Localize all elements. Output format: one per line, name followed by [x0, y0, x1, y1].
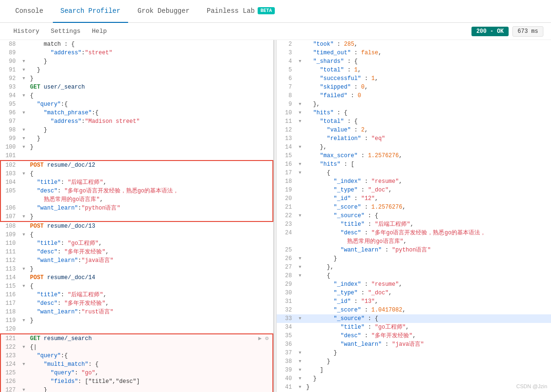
tab-console[interactable]: Console — [8, 0, 51, 23]
line-gutter[interactable]: ▼ — [296, 349, 304, 357]
line-gutter[interactable]: ▼ — [20, 212, 28, 221]
table-row: 91▼ } — [0, 66, 273, 74]
line-gutter[interactable]: ▼ — [296, 169, 304, 177]
line-code: "_id" : "12", — [304, 194, 551, 203]
line-gutter[interactable]: ▼ — [20, 282, 28, 291]
line-code: }, — [304, 100, 551, 109]
line-code: "max_score" : 1.2576276, — [304, 151, 551, 160]
line-number: 19 — [277, 186, 296, 194]
subnav-history[interactable]: History — [8, 23, 45, 40]
line-gutter[interactable]: ▼ — [20, 134, 28, 143]
line-gutter — [20, 352, 28, 360]
table-row: 114POST resume/_doc/14 — [0, 273, 273, 282]
line-number: 100 — [0, 143, 20, 151]
line-code: "successful" : 1, — [304, 74, 551, 83]
table-row: 15 "max_score" : 1.2576276, — [277, 151, 551, 160]
line-code: "desc": "多年开发经验", — [28, 299, 273, 308]
line-number: 91 — [0, 66, 20, 74]
table-row: 111 "desc": "多年开发经验", — [0, 248, 273, 256]
line-number: 119 — [0, 316, 20, 325]
line-gutter — [20, 178, 28, 187]
line-number: 38 — [277, 357, 296, 366]
line-code: GET user/_search — [28, 83, 273, 91]
line-code: "took" : 285, — [304, 40, 551, 49]
tab-grok-debugger[interactable]: Grok Debugger — [130, 0, 197, 23]
line-number: 31 — [277, 297, 296, 306]
line-gutter[interactable]: ▼ — [296, 57, 304, 66]
line-number: 112 — [0, 256, 20, 265]
line-gutter[interactable]: ▼ — [296, 366, 304, 374]
line-number: 13 — [277, 134, 296, 143]
output-code-area[interactable]: 2 "took" : 285,3 "timed_out" : false,4▼ … — [277, 40, 551, 392]
tab-painless-lab[interactable]: Painless Lab BETA — [199, 0, 282, 23]
line-code: { — [304, 271, 551, 280]
editor-code-area[interactable]: 88 match : {89 "address":"street"90▼ }91… — [0, 40, 273, 392]
table-row: 99▼ } — [0, 134, 273, 143]
line-gutter[interactable]: ▼ — [20, 386, 28, 392]
line-gutter — [20, 221, 28, 231]
line-gutter[interactable]: ▼ — [20, 57, 28, 66]
line-gutter[interactable]: ▼ — [20, 316, 28, 325]
line-gutter[interactable]: ▼ — [20, 143, 28, 151]
line-gutter[interactable]: ▼ — [296, 271, 304, 280]
line-gutter[interactable]: ▼ — [296, 383, 304, 392]
line-gutter[interactable]: ▼ — [296, 143, 304, 151]
line-code: } — [304, 374, 551, 383]
line-gutter[interactable]: ▼ — [20, 74, 28, 83]
line-number: 41 — [277, 383, 296, 392]
line-gutter — [296, 40, 304, 49]
line-code: "_shards" : { — [304, 57, 551, 66]
line-gutter[interactable]: ▼ — [296, 100, 304, 109]
line-gutter[interactable]: ▼ — [20, 91, 28, 100]
table-row: 20 "_id" : "12", — [277, 194, 551, 203]
line-number: 89 — [0, 49, 20, 57]
line-gutter[interactable]: ▼ — [20, 109, 28, 117]
line-number: 24 — [277, 229, 296, 246]
line-gutter[interactable]: ▼ — [296, 263, 304, 271]
line-number: 94 — [0, 91, 20, 100]
line-gutter[interactable]: ▼ — [20, 170, 28, 178]
line-number: 93 — [0, 83, 20, 91]
line-number: 124 — [0, 360, 20, 369]
line-gutter[interactable]: ▼ — [20, 343, 28, 352]
line-gutter[interactable]: ▼ — [296, 254, 304, 263]
line-gutter[interactable]: ▼ — [296, 374, 304, 383]
line-number: 5 — [277, 66, 296, 74]
table-row: 12 "value" : 2, — [277, 126, 551, 134]
line-code: { — [304, 169, 551, 177]
line-gutter[interactable]: ▼ — [20, 360, 28, 369]
line-code: "title": "go工程师", — [28, 239, 273, 248]
line-gutter[interactable]: ▼ — [296, 314, 304, 323]
line-number: 108 — [0, 221, 20, 231]
line-code: "address":"street" — [28, 49, 273, 57]
line-number: 90 — [0, 57, 20, 66]
line-gutter[interactable]: ▼ — [20, 126, 28, 134]
subnav-help[interactable]: Help — [86, 23, 112, 40]
editor-table: 88 match : {89 "address":"street"90▼ }91… — [0, 40, 273, 392]
subnav-settings[interactable]: Settings — [45, 23, 86, 40]
line-number: 18 — [277, 177, 296, 186]
line-gutter — [296, 49, 304, 57]
line-gutter[interactable]: ▼ — [20, 231, 28, 239]
table-row: 8 "failed" : 0 — [277, 91, 551, 100]
line-number: 39 — [277, 366, 296, 374]
line-gutter[interactable]: ▼ — [296, 357, 304, 366]
tab-search-profiler[interactable]: Search Profiler — [53, 0, 128, 23]
table-row: 38▼ } — [277, 357, 551, 366]
line-code: POST resume/_doc/13 — [28, 221, 273, 231]
line-gutter[interactable]: ▼ — [296, 109, 304, 117]
line-gutter — [20, 161, 28, 170]
line-gutter[interactable]: ▼ — [296, 160, 304, 169]
line-gutter — [296, 83, 304, 91]
right-panel: 2 "took" : 285,3 "timed_out" : false,4▼ … — [277, 40, 551, 392]
line-gutter[interactable]: ▼ — [296, 117, 304, 126]
line-gutter — [296, 323, 304, 332]
line-number: 22 — [277, 211, 296, 220]
line-gutter[interactable]: ▼ — [296, 211, 304, 220]
line-code: "total" : { — [304, 117, 551, 126]
line-code: "_id" : "13", — [304, 297, 551, 306]
table-row: 126 "fields": ["title","desc"] — [0, 377, 273, 386]
line-number: 10 — [277, 109, 296, 117]
line-gutter[interactable]: ▼ — [20, 265, 28, 273]
line-gutter[interactable]: ▼ — [20, 66, 28, 74]
